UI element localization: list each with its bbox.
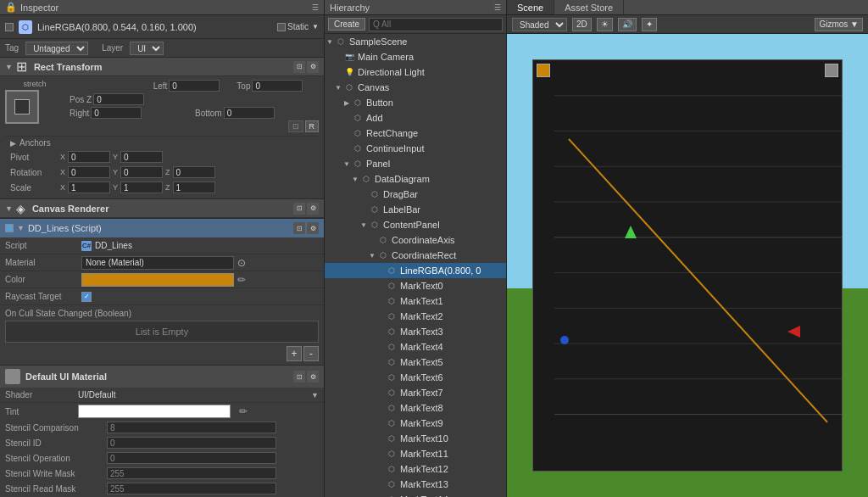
rect-transform-menu-btn[interactable]: ⚙ xyxy=(307,61,319,73)
tree-arrow[interactable]: ▼ xyxy=(367,250,377,260)
tree-item[interactable]: 📷Main Camera xyxy=(325,49,506,64)
dd-lines-enabled[interactable] xyxy=(5,224,14,232)
top-input[interactable] xyxy=(252,80,303,92)
scene-tab[interactable]: Scene xyxy=(507,0,554,14)
tree-item[interactable]: ⬡RectChange xyxy=(325,126,506,141)
tree-item[interactable]: 💡Directional Light xyxy=(325,64,506,80)
shaded-dropdown[interactable]: Shaded xyxy=(512,18,567,31)
dd-lines-arrow[interactable]: ▼ xyxy=(17,224,25,232)
static-dropdown-arrow[interactable]: ▼ xyxy=(312,23,319,31)
create-button[interactable]: Create xyxy=(328,18,365,31)
posz-input[interactable] xyxy=(93,93,144,105)
list-add-btn[interactable]: + xyxy=(287,346,302,361)
fx-btn[interactable]: ✦ xyxy=(642,18,657,31)
stencil-id-input[interactable] xyxy=(107,437,276,449)
stencil-operation-input[interactable] xyxy=(107,452,276,464)
tree-item[interactable]: ▼⬡CoordinateRect xyxy=(325,248,506,263)
scale-y-input[interactable] xyxy=(120,181,163,193)
tint-eyedropper-icon[interactable]: ✏ xyxy=(239,405,248,417)
raycast-checkbox[interactable]: ✓ xyxy=(81,292,92,302)
dd-lines-menu-btn[interactable]: ⚙ xyxy=(307,222,319,234)
color-swatch[interactable] xyxy=(81,273,234,287)
tree-item[interactable]: ⬡MarkText12 xyxy=(325,461,506,477)
tree-arrow[interactable]: ▼ xyxy=(350,174,360,184)
dd-lines-copy-btn[interactable]: ⊡ xyxy=(293,222,305,234)
anchors-arrow[interactable]: ▶ xyxy=(10,139,16,148)
shader-edit-icon[interactable]: ▼ xyxy=(311,391,319,399)
static-checkbox[interactable] xyxy=(277,23,286,31)
scale-z-input[interactable] xyxy=(173,181,215,193)
tree-item[interactable]: ⬡MarkText6 xyxy=(325,370,506,385)
tree-item[interactable]: ⬡MarkText1 xyxy=(325,293,506,309)
tree-item[interactable]: ⬡MarkText10 xyxy=(325,431,506,446)
right-input[interactable] xyxy=(91,107,142,119)
pivot-y-input[interactable] xyxy=(120,151,163,163)
list-remove-btn[interactable]: - xyxy=(303,346,319,361)
lock-icon[interactable]: 🔒 xyxy=(5,2,17,13)
canvas-renderer-arrow[interactable]: ▼ xyxy=(5,204,13,213)
tree-item[interactable]: ⬡MarkText2 xyxy=(325,309,506,324)
tree-item[interactable]: ⬡MarkText4 xyxy=(325,339,506,355)
tree-arrow[interactable]: ▼ xyxy=(325,36,335,47)
rect-icon[interactable] xyxy=(5,90,39,124)
tag-dropdown[interactable]: Untagged xyxy=(25,42,88,55)
object-enabled-checkbox[interactable] xyxy=(5,23,14,31)
left-input[interactable] xyxy=(169,80,220,92)
tint-swatch[interactable] xyxy=(78,405,231,418)
stencil-comparison-input[interactable] xyxy=(107,422,276,433)
tree-item[interactable]: ⬡MarkText5 xyxy=(325,355,506,370)
reset-btn[interactable]: ⊡ xyxy=(288,120,303,132)
lighting-btn[interactable]: ☀ xyxy=(597,18,613,31)
tree-item[interactable]: ▼⬡SampleScene xyxy=(325,34,506,49)
tree-item[interactable]: ⬡MarkText0 xyxy=(325,278,506,293)
canvas-renderer-copy-btn[interactable]: ⊡ xyxy=(293,203,305,215)
tree-item[interactable]: ⬡MarkText9 xyxy=(325,416,506,431)
inspector-menu-icon[interactable]: ☰ xyxy=(312,3,319,12)
tree-item[interactable]: ⬡ContinueInput xyxy=(325,141,506,156)
tree-item[interactable]: ⬡MarkText8 xyxy=(325,400,506,416)
tree-item[interactable]: ⬡LineRGBA(0.800, 0 xyxy=(325,263,506,278)
tree-item[interactable]: ⬡MarkText7 xyxy=(325,385,506,400)
tree-item[interactable]: ▼⬡ContentPanel xyxy=(325,217,506,232)
hierarchy-search[interactable] xyxy=(369,18,503,31)
rect-transform-arrow[interactable]: ▼ xyxy=(5,63,13,71)
tree-item[interactable]: ⬡MarkText14 xyxy=(325,492,506,497)
asset-store-tab[interactable]: Asset Store xyxy=(554,0,624,14)
canvas-renderer-menu-btn[interactable]: ⚙ xyxy=(307,203,319,215)
tree-item[interactable]: ⬡MarkText3 xyxy=(325,324,506,339)
tree-item[interactable]: ▼⬡DataDiagram xyxy=(325,171,506,187)
rect-transform-copy-btn[interactable]: ⊡ xyxy=(293,61,305,73)
tree-item[interactable]: ⬡DragBar xyxy=(325,187,506,202)
tree-arrow[interactable]: ▼ xyxy=(333,82,343,92)
rot-z-input[interactable] xyxy=(173,166,215,178)
tree-item[interactable]: ⬡Add xyxy=(325,110,506,126)
tree-item[interactable]: ⬡MarkText11 xyxy=(325,446,506,461)
stencil-read-mask-input[interactable] xyxy=(107,483,276,494)
tree-arrow[interactable]: ▼ xyxy=(359,220,369,230)
tree-item[interactable]: ▼⬡Panel xyxy=(325,156,506,171)
scale-x-input[interactable] xyxy=(68,181,110,193)
tree-arrow[interactable]: ▶ xyxy=(342,98,352,108)
audio-btn[interactable]: 🔊 xyxy=(618,18,637,31)
rot-y-input[interactable] xyxy=(120,166,163,178)
2d-btn[interactable]: 2D xyxy=(572,18,592,31)
material-input[interactable] xyxy=(81,256,234,270)
gizmos-btn[interactable]: Gizmos ▼ xyxy=(815,18,863,31)
r-btn[interactable]: R xyxy=(305,120,320,132)
material-picker-icon[interactable]: ⊙ xyxy=(237,257,246,269)
pivot-x-input[interactable] xyxy=(68,151,110,163)
bottom-input[interactable] xyxy=(224,107,275,119)
layer-dropdown[interactable]: UI xyxy=(130,42,164,55)
tree-item[interactable]: ⬡CoordinateAxis xyxy=(325,232,506,248)
material-copy-btn[interactable]: ⊡ xyxy=(293,371,305,383)
color-eyedropper-icon[interactable]: ✏ xyxy=(237,274,246,286)
tree-item[interactable]: ⬡LabelBar xyxy=(325,202,506,217)
tree-item[interactable]: ⬡MarkText13 xyxy=(325,477,506,492)
material-menu-btn[interactable]: ⚙ xyxy=(307,371,319,383)
rot-x-input[interactable] xyxy=(68,166,110,178)
tree-item[interactable]: ▼⬡Canvas xyxy=(325,80,506,95)
scene-viewport[interactable] xyxy=(507,34,868,497)
tree-arrow[interactable]: ▼ xyxy=(342,159,352,169)
tree-item[interactable]: ▶⬡Button xyxy=(325,95,506,110)
hierarchy-menu-icon[interactable]: ☰ xyxy=(494,3,501,12)
